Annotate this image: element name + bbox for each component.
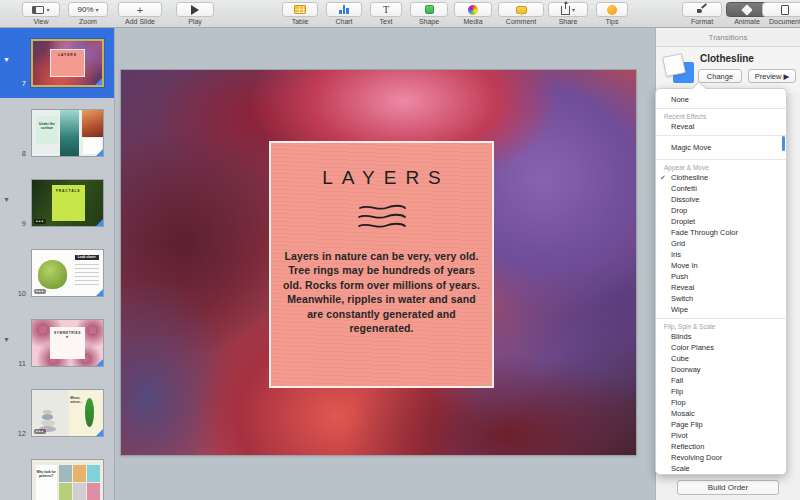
view-label: View bbox=[22, 18, 60, 25]
slide-canvas: LAYERS Layers in nature can be very, ver… bbox=[116, 28, 655, 500]
transition-option-revolving-door[interactable]: Revolving Door bbox=[656, 452, 786, 463]
tips-label: Tips bbox=[596, 18, 628, 25]
transition-option-flip[interactable]: Flip bbox=[656, 386, 786, 397]
current-slide[interactable]: LAYERS Layers in nature can be very, ver… bbox=[121, 70, 636, 455]
transition-corner-badge bbox=[96, 359, 103, 366]
text-icon: T bbox=[383, 4, 389, 15]
media-button[interactable]: Media bbox=[454, 2, 492, 25]
slide-text-card[interactable]: LAYERS Layers in nature can be very, ver… bbox=[269, 141, 494, 388]
transition-option-push[interactable]: Push bbox=[656, 271, 786, 282]
share-button[interactable]: ▾ Share bbox=[548, 2, 588, 25]
slide-thumbnail[interactable]: Look closer••• bbox=[31, 249, 104, 297]
transition-option-page-flip[interactable]: Page Flip bbox=[656, 419, 786, 430]
transition-option-magic-move[interactable]: Magic Move bbox=[656, 142, 786, 153]
transition-option-dissolve[interactable]: Dissolve bbox=[656, 194, 786, 205]
build-dots-badge: ••• bbox=[34, 219, 46, 224]
slide-thumbnail[interactable]: FRACTALS••• bbox=[31, 179, 104, 227]
slide-thumbnail[interactable]: Mirror, mirror...••• bbox=[31, 389, 104, 437]
menu-section-header: Recent Effects bbox=[656, 112, 786, 121]
transition-option-iris[interactable]: Iris bbox=[656, 249, 786, 260]
document-button[interactable]: Document bbox=[762, 2, 800, 25]
transition-option-pivot[interactable]: Pivot bbox=[656, 430, 786, 441]
transition-option-doorway[interactable]: Doorway bbox=[656, 364, 786, 375]
expander-triangle-icon[interactable]: ▼ bbox=[3, 196, 10, 203]
slide-thumbnail-row-11[interactable]: ▼11SYMMETRIES✳ bbox=[0, 308, 114, 378]
slide-thumbnail-row-10[interactable]: 10Look closer••• bbox=[0, 238, 114, 308]
preview-button[interactable]: Preview ▶ bbox=[748, 69, 796, 83]
text-button[interactable]: T Text bbox=[370, 2, 402, 25]
play-button[interactable]: Play bbox=[176, 2, 214, 25]
shape-button[interactable]: Shape bbox=[410, 2, 448, 25]
share-label: Share bbox=[548, 18, 588, 25]
slide-number: 10 bbox=[8, 289, 26, 298]
table-button[interactable]: Table bbox=[282, 2, 318, 25]
transition-option-wipe[interactable]: Wipe bbox=[656, 304, 786, 315]
transition-option-drop[interactable]: Drop bbox=[656, 205, 786, 216]
build-dots-badge: ••• bbox=[34, 429, 46, 434]
transition-option-fall[interactable]: Fall bbox=[656, 375, 786, 386]
slide-title: LAYERS bbox=[271, 167, 492, 189]
table-label: Table bbox=[282, 18, 318, 25]
panel-title: Transitions bbox=[656, 28, 800, 47]
change-button[interactable]: Change bbox=[698, 69, 742, 83]
transition-option-switch[interactable]: Switch bbox=[656, 293, 786, 304]
transition-option-reflection[interactable]: Reflection bbox=[656, 441, 786, 452]
transition-option-reveal[interactable]: Reveal bbox=[656, 282, 786, 293]
transition-option-grid[interactable]: Grid bbox=[656, 238, 786, 249]
comment-button[interactable]: Comment bbox=[498, 2, 544, 25]
play-icon bbox=[191, 5, 199, 15]
slide-thumbnail[interactable]: SYMMETRIES✳ bbox=[31, 319, 104, 367]
slide-body-text: Layers in nature can be very, very old. … bbox=[281, 249, 482, 336]
checkmark-icon: ✓ bbox=[660, 172, 666, 183]
transition-option-scale[interactable]: Scale bbox=[656, 463, 786, 474]
transition-option-reveal[interactable]: Reveal bbox=[656, 121, 786, 132]
slide-thumbnail-row-8[interactable]: 8Under the surface bbox=[0, 98, 114, 168]
format-label: Format bbox=[682, 18, 722, 25]
slide-navigator: ▼7LAYERS8Under the surface▼9FRACTALS•••1… bbox=[0, 28, 115, 500]
chart-button[interactable]: Chart bbox=[326, 2, 362, 25]
transition-option-mosaic[interactable]: Mosaic bbox=[656, 408, 786, 419]
slide-thumbnail-row-12[interactable]: 12Mirror, mirror...••• bbox=[0, 378, 114, 448]
media-icon bbox=[468, 5, 478, 15]
diamond-icon bbox=[741, 4, 752, 15]
menu-section-header: Flip, Spin & Scale bbox=[656, 322, 786, 331]
zoom-value: 90% bbox=[77, 5, 93, 14]
slide-thumbnail[interactable]: Under the surface bbox=[31, 109, 104, 157]
transition-option-droplet[interactable]: Droplet bbox=[656, 216, 786, 227]
slide-thumbnail[interactable]: Why look for patterns? bbox=[31, 459, 104, 500]
effect-name: Clothesline bbox=[700, 53, 754, 64]
transition-option-cube[interactable]: Cube bbox=[656, 353, 786, 364]
format-button[interactable]: Format bbox=[682, 2, 722, 25]
chevron-down-icon: ▾ bbox=[96, 6, 99, 13]
menu-section-header: Appear & Move bbox=[656, 163, 786, 172]
document-icon bbox=[781, 5, 789, 15]
scrollbar-thumb[interactable] bbox=[782, 136, 785, 151]
transition-option-fade-through-color[interactable]: Fade Through Color bbox=[656, 227, 786, 238]
slide-thumbnail[interactable]: LAYERS bbox=[31, 39, 104, 87]
zoom-control[interactable]: 90%▾ Zoom bbox=[68, 2, 108, 25]
shape-icon bbox=[425, 5, 434, 14]
slide-number: 11 bbox=[8, 359, 26, 368]
chart-label: Chart bbox=[326, 18, 362, 25]
transition-option-clothesline[interactable]: ✓Clothesline bbox=[656, 172, 786, 183]
transition-corner-badge bbox=[96, 429, 103, 436]
transition-option-none[interactable]: None bbox=[656, 94, 786, 105]
expander-triangle-icon[interactable]: ▼ bbox=[3, 56, 10, 63]
view-button[interactable]: ▾ View bbox=[22, 2, 60, 25]
build-order-button[interactable]: Build Order bbox=[677, 480, 779, 495]
transition-option-color-planes[interactable]: Color Planes bbox=[656, 342, 786, 353]
expander-triangle-icon[interactable]: ▼ bbox=[3, 336, 10, 343]
tips-button[interactable]: Tips bbox=[596, 2, 628, 25]
add-slide-button[interactable]: + Add Slide bbox=[118, 2, 162, 25]
slide-thumbnail-row-9[interactable]: ▼9FRACTALS••• bbox=[0, 168, 114, 238]
transition-option-move-in[interactable]: Move In bbox=[656, 260, 786, 271]
plus-icon: + bbox=[137, 5, 143, 15]
document-label: Document bbox=[762, 18, 800, 25]
transition-option-confetti[interactable]: Confetti bbox=[656, 183, 786, 194]
transition-menu: NoneRecent EffectsRevealMagic MoveAppear… bbox=[655, 88, 787, 475]
slide-thumbnail-row-7[interactable]: ▼7LAYERS bbox=[0, 28, 114, 98]
slide-thumbnail-row-13[interactable]: 13Why look for patterns? bbox=[0, 448, 114, 500]
transition-option-flop[interactable]: Flop bbox=[656, 397, 786, 408]
transition-corner-badge bbox=[96, 219, 103, 226]
transition-option-blinds[interactable]: Blinds bbox=[656, 331, 786, 342]
